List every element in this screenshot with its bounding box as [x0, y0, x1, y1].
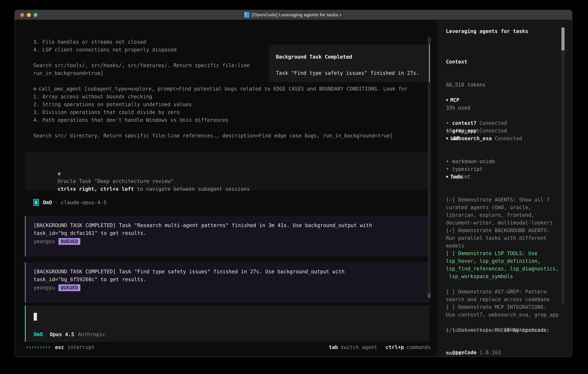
- toast-title: Background Task Completed: [276, 53, 352, 61]
- agent-separator: ·: [55, 200, 58, 205]
- todo-line: [446, 280, 559, 288]
- mcp-header[interactable]: ▼MCP: [446, 96, 522, 104]
- text-cursor: [34, 313, 37, 321]
- collapse-triangle-icon: ▼: [446, 175, 448, 179]
- terminal-line-text: call_omo_agent [subagent_type=explore, p…: [39, 86, 408, 92]
- terminal-line-text: 3. File handles or streams not closed: [33, 39, 146, 45]
- queued-badge: QUEUED: [58, 284, 80, 291]
- spinner-dot: [49, 346, 50, 348]
- status-dot-icon: •: [446, 350, 449, 355]
- sidebar-scrollbar-track[interactable]: [561, 28, 565, 303]
- app-window: [OpenCode] Leveraging agents for tasks ◐…: [14, 10, 572, 357]
- terminal-line-text: Search src/tools/, src/hooks/, src/featu…: [33, 62, 250, 68]
- background-task-toast: Background Task Completed Task "Find typ…: [269, 44, 430, 82]
- terminal-line: 2. String operations on potentially unde…: [33, 101, 427, 108]
- version-info: •OpenCode1.0.163: [446, 333, 501, 357]
- lsp-header[interactable]: ▼LSP: [446, 135, 495, 142]
- task-author: yeongyu: [33, 285, 55, 291]
- spinner-dot: [43, 346, 44, 348]
- session-title: Leveraging agents for tasks: [446, 28, 528, 35]
- todo-header[interactable]: ▼Todo: [446, 173, 559, 181]
- todo-line: lsp_find_references, lsp_diagnostics,: [446, 265, 559, 273]
- collapse-triangle-icon: ▼: [446, 136, 448, 141]
- agent-icon: [33, 199, 39, 206]
- spinner-dot: [32, 346, 33, 348]
- app-version: 1.0.163: [480, 350, 501, 355]
- oracle-task-icon: ◉: [58, 170, 61, 176]
- todo-line: document-writer, multimodal-looker): [446, 219, 559, 227]
- titlebar: [OpenCode] Leveraging agents for tasks ◐: [15, 10, 572, 20]
- statusbar-left: esc interrupt: [27, 343, 95, 351]
- oracle-task-block: ◉ Oracle Task "Deep architecture review"…: [25, 152, 430, 190]
- main-scrollbar-thumb[interactable]: [428, 294, 431, 298]
- task-message-line1: [BACKGROUND TASK COMPLETED] Task "Find t…: [33, 268, 345, 276]
- terminal-line: 1. Array access without bounds checking: [33, 93, 427, 101]
- esc-key-label: interrupt: [67, 344, 95, 350]
- oracle-hint-keys: ctrl+x right, ctrl+x left: [58, 186, 134, 192]
- terminal-line-text: run_in_background=true]: [33, 70, 104, 76]
- agent-name: OmO: [43, 200, 52, 205]
- collapse-triangle-icon: ▼: [446, 98, 448, 102]
- context-header: Context: [446, 58, 485, 66]
- todo-line: search and replace across codebase: [446, 296, 559, 303]
- workspace-path: ~/local-workspaces/: [446, 327, 504, 333]
- spinner-dot: [35, 346, 36, 348]
- workspace-repo: oh-my-opencode:: [504, 327, 549, 333]
- background-task-message: [BACKGROUND TASK COMPLETED] Task "Find t…: [25, 262, 430, 303]
- todo-line: lsp_workspace_symbols: [446, 273, 559, 280]
- spinner-dot: [40, 346, 42, 348]
- queued-badge: QUEUED: [58, 238, 80, 245]
- oracle-hint-line: ctrl+x right, ctrl+x left to navigate be…: [33, 177, 250, 201]
- prompt-input[interactable]: OmO Opus 4.5 Anthropic: [25, 306, 430, 342]
- background-task-message: [BACKGROUND TASK COMPLETED] Task "Resear…: [25, 216, 430, 256]
- input-model-label: Opus 4.5: [50, 332, 74, 337]
- input-agent-label: OmO: [34, 332, 43, 337]
- input-provider-label: Anthropic: [78, 332, 105, 337]
- sidebar: Leveraging agents for tasks Context 66,5…: [437, 20, 572, 357]
- terminal-line-text: 2. String operations on potentially unde…: [33, 102, 192, 107]
- todo-line: librarian, explore, frontend,: [446, 211, 559, 219]
- subagent-session-row[interactable]: OmO · claude-opus-4-5: [33, 198, 106, 206]
- todo-line: models: [446, 242, 559, 250]
- document-icon: [244, 12, 250, 18]
- statusbar-right: tab switch agent ctrl+p commands: [329, 343, 431, 351]
- todo-line: [ ] Demonstrate MCP INTEGRATIONS:: [446, 303, 559, 311]
- todo-line: [ ] Demonstrate AST-GREP: Pattern: [446, 288, 559, 296]
- task-message-line2: task_id="bg_6f59260c" to get results.: [33, 276, 147, 283]
- terminal-line-text: 1. Array access without bounds checking: [33, 94, 152, 100]
- todo-line: [ ] Demonstrate LSP TOOLS: Use: [446, 250, 559, 257]
- terminal-line-text: Search src/ directory. Return specific f…: [33, 133, 393, 139]
- terminal-line: 4. Path operations that don't handle Win…: [33, 116, 427, 124]
- mcp-status: Connected: [495, 135, 522, 141]
- esc-key-hint: esc: [55, 344, 64, 350]
- ctrlp-key-label: commands: [406, 344, 431, 350]
- agent-model: claude-opus-4-5: [61, 200, 106, 205]
- terminal-line: ⚙call_omo_agent [subagent_type=explore, …: [33, 85, 427, 93]
- main-scrollbar-cap: [428, 37, 431, 44]
- terminal-line-text: 3. Division operations that could divide…: [33, 109, 179, 115]
- task-message-line1: [BACKGROUND TASK COMPLETED] Task "Resear…: [33, 221, 372, 229]
- working-spinner-dots: [27, 346, 50, 348]
- todo-line: [✓] Demonstrate AGENTS: Show all 7: [446, 196, 559, 204]
- ctrlp-key-hint: ctrl+p: [386, 344, 404, 350]
- terminal-line: Search src/ directory. Return specific f…: [33, 132, 427, 140]
- sidebar-scrollbar-thumb[interactable]: [561, 28, 565, 50]
- spinner-dot: [29, 346, 31, 348]
- app-name: Open: [452, 350, 464, 355]
- gear-icon: ⚙: [33, 86, 36, 92]
- task-author: yeongyu: [33, 239, 55, 244]
- terminal-line-text: 4. LSP client connections not properly d…: [33, 47, 177, 53]
- task-message-line2: task_id="bg_dcfac161" to get results.: [33, 229, 147, 237]
- todo-line: lsp_hover, lsp_goto_definition,: [446, 257, 559, 265]
- spinner-dot: [46, 346, 47, 348]
- spinner-dot: [27, 346, 28, 348]
- todo-line: curated agents (OmO, oracle,: [446, 204, 559, 211]
- window-title: [OpenCode] Leveraging agents for tasks ◐: [252, 12, 342, 18]
- terminal-line: 3. Division operations that could divide…: [33, 108, 427, 116]
- spinner-dot: [38, 346, 39, 348]
- toast-body: Task "Find type safety issues" finished …: [276, 69, 419, 77]
- tab-key-hint: tab: [329, 344, 338, 350]
- todo-line: Run parallel tasks with different: [446, 234, 559, 242]
- terminal-line: [33, 124, 427, 132]
- todo-line: [✓] Demonstrate BACKGROUND AGENTS:: [446, 227, 559, 234]
